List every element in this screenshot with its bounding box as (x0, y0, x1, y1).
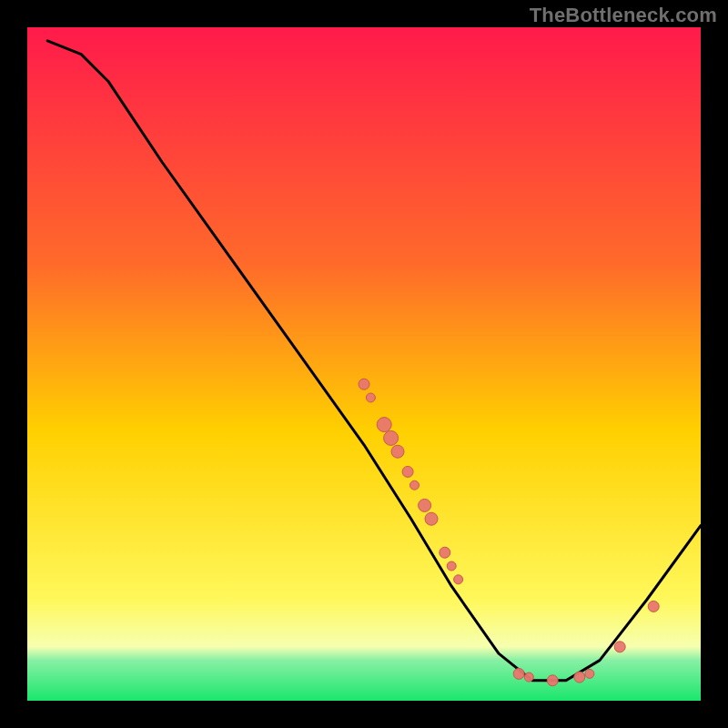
data-point (585, 669, 594, 678)
data-point (410, 480, 420, 490)
data-point (384, 430, 399, 445)
data-point (440, 547, 450, 558)
plot-area (27, 27, 701, 701)
data-point (391, 445, 404, 458)
data-point (377, 418, 391, 432)
data-point (402, 466, 413, 477)
data-point (425, 512, 438, 525)
data-point (454, 575, 463, 584)
data-point (614, 642, 625, 652)
watermark-text: TheBottleneck.com (530, 4, 717, 27)
data-point (574, 672, 585, 682)
data-point (648, 601, 659, 612)
data-point (513, 668, 524, 679)
data-point (447, 561, 456, 571)
data-point (419, 499, 431, 511)
chart-svg (0, 0, 728, 728)
data-point (359, 379, 369, 389)
chart-container: TheBottleneck.com (0, 0, 728, 728)
data-point (547, 675, 558, 686)
data-point (366, 393, 375, 402)
data-point (524, 672, 533, 682)
